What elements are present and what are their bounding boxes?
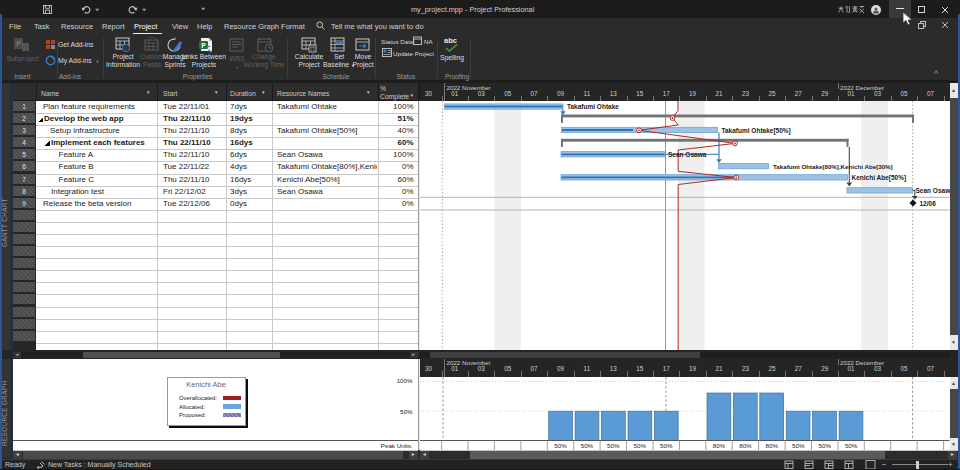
svg-text:50%: 50% [581,442,594,449]
svg-text:50%: 50% [845,442,858,449]
svg-text:80%: 80% [713,442,726,449]
svg-text:Takafumi Ohtake[50%]: Takafumi Ohtake[50%] [722,127,791,135]
svg-text:80%: 80% [766,442,779,449]
svg-text:12/06: 12/06 [920,200,937,207]
svg-text:i: i [125,45,126,51]
svg-text:Kenichi Abe[50%]: Kenichi Abe[50%] [852,174,907,182]
svg-text:50%: 50% [554,442,567,449]
svg-text:50%: 50% [819,442,832,449]
svg-text:P: P [16,40,21,47]
svg-text:Sean Osawa: Sean Osawa [668,151,707,158]
svg-text:Takafumi Ohtake: Takafumi Ohtake [567,103,619,110]
svg-text:P: P [201,42,206,49]
svg-text:80%: 80% [739,442,752,449]
svg-text:50%: 50% [792,442,805,449]
svg-text:50%: 50% [607,442,620,449]
svg-text:50%: 50% [660,442,673,449]
svg-text:50%: 50% [634,442,647,449]
svg-text:Takafumi Ohtake[80%],Kenichi A: Takafumi Ohtake[80%],Kenichi Abe[30%] [773,163,893,170]
svg-text:Sean Osaw: Sean Osaw [916,187,950,194]
